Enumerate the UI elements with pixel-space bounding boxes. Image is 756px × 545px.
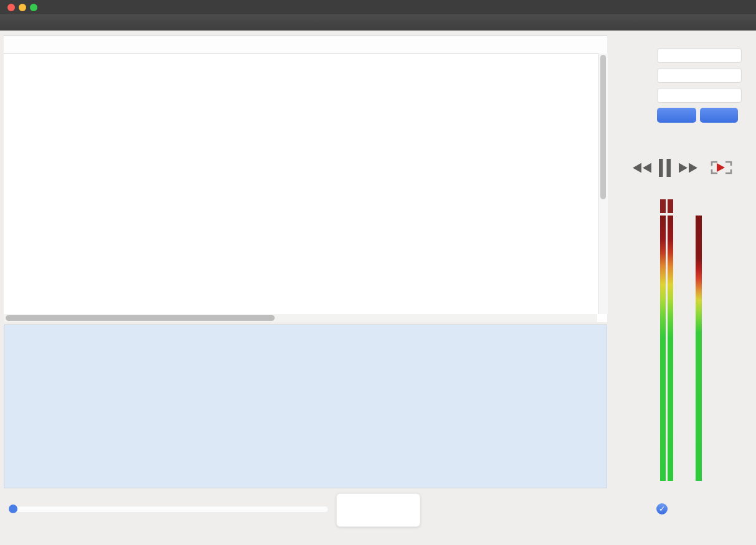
rewind-button[interactable] xyxy=(633,163,651,173)
meter-bar-left xyxy=(660,216,666,481)
clip-indicator-right xyxy=(668,199,673,213)
table-locked-checkbox[interactable]: ✓ xyxy=(656,503,668,514)
title-input[interactable] xyxy=(657,48,742,63)
table-locked-row: ✓ xyxy=(656,503,673,514)
window-titlebar xyxy=(0,0,756,14)
level-meters xyxy=(635,198,747,497)
close-window-icon[interactable] xyxy=(7,4,15,11)
mcn-input[interactable] xyxy=(657,88,742,103)
performer-input[interactable] xyxy=(657,68,742,83)
clip-indicator-left xyxy=(660,199,666,213)
vertical-scrollbar[interactable] xyxy=(598,54,608,314)
meter-bar-loudness xyxy=(696,216,702,481)
vertical-scrollbar-thumb[interactable] xyxy=(600,55,606,199)
fast-forward-button[interactable] xyxy=(679,163,697,173)
menu-bar xyxy=(0,14,756,31)
track-table xyxy=(4,35,607,322)
mcn-field-row xyxy=(613,88,738,103)
table-body xyxy=(4,54,597,314)
waveform-display[interactable] xyxy=(4,325,607,488)
app-window: ✓ xyxy=(0,0,756,545)
title-field-row xyxy=(613,48,738,63)
minimize-window-icon[interactable] xyxy=(19,4,26,11)
edit-row xyxy=(613,108,738,123)
performer-field-row xyxy=(613,68,738,83)
meter-bar-right xyxy=(668,216,673,481)
horizontal-scrollbar[interactable] xyxy=(4,314,597,322)
zoom-window-icon[interactable] xyxy=(30,4,37,11)
pause-button[interactable] xyxy=(659,159,671,177)
seek-slider[interactable] xyxy=(9,506,328,512)
cd-text-button[interactable] xyxy=(657,108,696,123)
project-button[interactable] xyxy=(700,108,738,123)
play-selection-button[interactable] xyxy=(710,160,733,175)
table-header-row xyxy=(4,35,607,54)
total-length xyxy=(613,130,744,140)
seek-slider-handle[interactable] xyxy=(9,505,17,513)
horizontal-scrollbar-thumb[interactable] xyxy=(6,315,275,321)
time-display xyxy=(336,493,420,527)
